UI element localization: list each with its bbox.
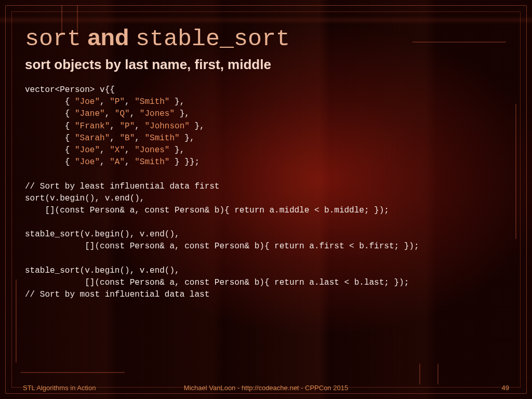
code-string: "X" — [110, 145, 125, 155]
code-string: "Johnson" — [144, 122, 189, 131]
code-string: "P" — [110, 97, 125, 107]
code-string: "Smith" — [144, 134, 179, 143]
code-line: { — [25, 134, 75, 143]
code-string: "A" — [110, 157, 125, 167]
code-line: [](const Person& a, const Person& b){ re… — [25, 278, 409, 287]
code-string: "Jones" — [140, 109, 175, 118]
slide-title: sort and stable_sort — [25, 24, 507, 52]
code-string: "Q" — [115, 109, 130, 118]
code-line: { — [25, 97, 75, 107]
code-line: sort(v.begin(), v.end(), — [25, 194, 144, 203]
code-string: "Joe" — [75, 145, 100, 155]
code-line: [](const Person& a, const Person& b){ re… — [25, 242, 419, 251]
code-string: "Jones" — [135, 145, 169, 155]
slide-content: sort and stable_sort sort objects by las… — [0, 0, 532, 399]
slide-footer: STL Algorithms in Action Michael VanLoon… — [0, 384, 532, 392]
code-string: "Smith" — [135, 157, 169, 167]
code-line: // Sort by most influential data last — [25, 290, 209, 299]
slide-subtitle: sort objects by last name, first, middle — [25, 57, 507, 73]
code-line: vector<Person> v{{ — [25, 85, 115, 95]
code-line: { — [25, 109, 75, 118]
title-code-1: sort — [25, 26, 81, 52]
code-string: "Jane" — [75, 109, 105, 118]
code-line: { — [25, 122, 75, 131]
code-string: "B" — [119, 134, 135, 143]
code-string: "Frank" — [75, 122, 110, 131]
title-code-2: stable_sort — [136, 26, 290, 52]
code-string: "P" — [119, 122, 135, 131]
code-line: // Sort by least influential data first — [25, 182, 219, 191]
code-string: "Smith" — [135, 97, 169, 107]
code-line: { — [25, 157, 75, 167]
footer-center: Michael VanLoon - http://codeache.net - … — [0, 384, 532, 392]
code-line: stable_sort(v.begin(), v.end(), — [25, 230, 180, 239]
code-string: "Sarah" — [75, 134, 110, 143]
code-line: [](const Person& a, const Person& b){ re… — [25, 206, 389, 215]
code-string: "Joe" — [75, 157, 100, 167]
code-line: stable_sort(v.begin(), v.end(), — [25, 266, 180, 275]
title-and: and — [81, 24, 136, 50]
code-line: { — [25, 145, 75, 155]
code-block: vector<Person> v{{ { "Joe", "P", "Smith"… — [25, 84, 507, 301]
code-string: "Joe" — [75, 97, 100, 107]
